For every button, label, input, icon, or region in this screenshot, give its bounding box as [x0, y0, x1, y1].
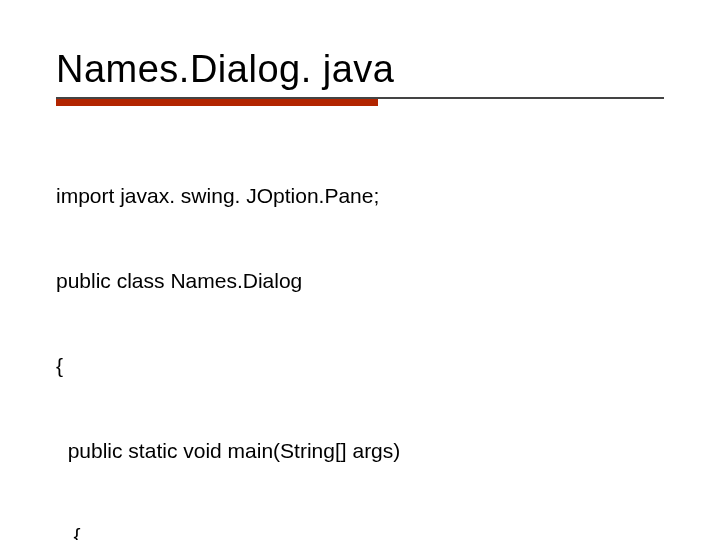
title-underline — [56, 97, 664, 107]
code-line: import javax. swing. JOption.Pane; — [56, 182, 664, 210]
code-block: import javax. swing. JOption.Pane; publi… — [56, 125, 664, 540]
code-line: { — [56, 522, 664, 540]
code-line: public class Names.Dialog — [56, 267, 664, 295]
code-line: { — [56, 352, 664, 380]
slide-title: Names.Dialog. java — [56, 48, 664, 91]
underline-thick — [56, 99, 378, 106]
code-line: public static void main(String[] args) — [56, 437, 664, 465]
slide: Names.Dialog. java import javax. swing. … — [0, 0, 720, 540]
